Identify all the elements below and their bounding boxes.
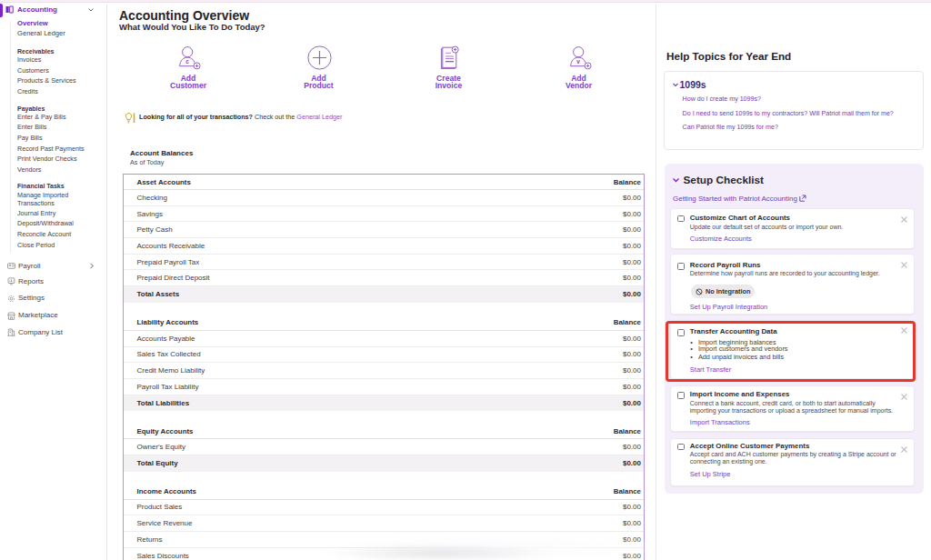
svg-text:v: v <box>576 57 580 64</box>
svg-text:c: c <box>185 57 189 64</box>
